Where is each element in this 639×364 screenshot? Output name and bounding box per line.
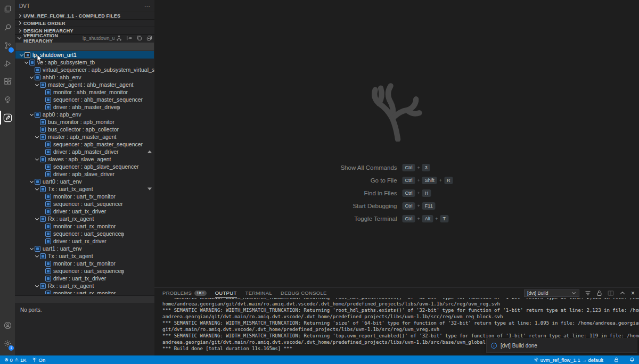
tree-item-slaves[interactable]: slaves : apb_slave_agent (15, 155, 154, 163)
chevron-down-icon[interactable] (34, 159, 40, 160)
account-icon[interactable] (0, 316, 15, 334)
settings-badge: 1 (9, 345, 14, 351)
tree-item-sequencer[interactable]: sequencer : uart_sequencer (15, 200, 154, 208)
tree-item-driver[interactable]: driver : ahb_master_driver (15, 103, 154, 111)
chevron-glyph (30, 179, 34, 183)
section-header-uvm-ref-flow-1-1-compiled-files[interactable]: UVM_REF_FLOW_1.1 - COMPILED FILES (15, 12, 154, 19)
search-icon[interactable] (0, 18, 15, 36)
chevron-down-icon[interactable] (29, 248, 35, 250)
tree-item-monitor[interactable]: monitor : ahb_master_monitor (15, 88, 154, 96)
tree-item-bus_collector[interactable]: bus_collector : apb_collector (15, 126, 154, 133)
tree-item-master_agent[interactable]: master_agent : ahb_master_agent (15, 81, 154, 88)
chevron-down-icon[interactable] (29, 77, 35, 78)
extensions-icon[interactable] (0, 72, 15, 90)
tree-item-Tx[interactable]: Tx : uart_tx_agent (15, 185, 154, 193)
tree-item-driver[interactable]: driver : uart_tx_driver (15, 208, 154, 215)
chevron-down-icon[interactable] (34, 84, 40, 86)
notification-toast[interactable]: i [dvt] Build done (486, 338, 637, 353)
verification-check-icon[interactable] (0, 90, 15, 109)
section-header-compile-order[interactable]: COMPILE ORDER (15, 19, 154, 27)
split-panel-icon[interactable] (608, 290, 614, 296)
problems-status[interactable]: ⊗ 0 ⚠ 1K (4, 357, 27, 363)
uvm-component-icon (45, 142, 51, 147)
tree-item-label: Tx : uart_tx_agent (48, 186, 93, 192)
new-window-icon[interactable] (136, 35, 142, 41)
chevron-glyph (35, 156, 39, 160)
uvm-component-icon (40, 216, 46, 222)
tree-item-monitor[interactable]: monitor : uart_tx_monitor (15, 193, 154, 200)
tree-item-sequencer[interactable]: sequencer : apb_slave_sequencer (15, 163, 154, 170)
collapse-all-icon[interactable] (146, 35, 152, 41)
tree-item-driver[interactable]: driver : apb_slave_driver (15, 170, 154, 178)
tree-item-Tx[interactable]: Tx : uart_tx_agent (15, 252, 154, 260)
tree-item-apb0[interactable]: apb0 : apb_env (15, 111, 154, 118)
chevron-down-icon[interactable] (34, 136, 40, 138)
explorer-icon[interactable] (0, 0, 15, 18)
tree-item-sequencer[interactable]: sequencer : ahb_master_sequencer (15, 96, 154, 103)
tree-item-driver[interactable]: driver : uart_tx_driver (15, 275, 154, 282)
dvt-extension-icon[interactable] (0, 109, 15, 127)
chevron-down-icon[interactable] (29, 181, 35, 183)
tree-item-sequencer[interactable]: sequencer : uart_sequencer (15, 267, 154, 275)
more-actions-icon[interactable]: ⋯ (144, 3, 150, 10)
close-panel-icon[interactable]: × (631, 290, 635, 296)
tree-item-Rx[interactable]: Rx : uart_rx_agent (15, 282, 154, 289)
tree-item-lp_shutdown_urt1[interactable]: lp_shutdown_urt1 (15, 51, 154, 59)
run-debug-icon[interactable] (0, 54, 15, 72)
hierarchy-icon[interactable] (116, 35, 122, 41)
tree-item-label: driver : apb_slave_driver (53, 171, 114, 177)
plus-separator: + (439, 178, 442, 183)
tree-item-uart1[interactable]: uart1 : uart_env (15, 245, 154, 252)
tree-item-driver[interactable]: driver : apb_master_driver (15, 148, 154, 155)
tree-item-bus_monitor[interactable]: bus_monitor : apb_monitor (15, 118, 154, 126)
tree-item-sequencer[interactable]: sequencer : apb_master_sequencer (15, 140, 154, 148)
tree-item-label: slaves : apb_slave_agent (48, 156, 111, 162)
pin-decoration-icon (116, 106, 120, 111)
chevron-down-icon[interactable] (19, 54, 24, 56)
section-header-verification-hierarchy[interactable]: VERIFICATION HIERARCHYlp_shutdown_urt1 (15, 34, 154, 42)
shortcut-keys: Ctrl+Shift+R (403, 177, 453, 184)
chevron-right-icon (18, 21, 21, 25)
chevron-down-icon[interactable] (23, 62, 29, 63)
output-channel-select[interactable]: [dvt] Build (524, 289, 579, 297)
panel-tab-terminal[interactable]: TERMINAL (245, 288, 272, 298)
tree-item-ahb0[interactable]: ahb0 : ahb_env (15, 73, 154, 81)
tree-item-ve[interactable]: ve : apb_subsystem_tb (15, 59, 154, 66)
tree-item-master[interactable]: master : apb_master_agent (15, 133, 154, 140)
tree-item-monitor[interactable]: monitor : uart_rx_monitor (15, 289, 154, 294)
source-control-icon[interactable] (0, 36, 15, 54)
ports-section-header[interactable] (15, 295, 154, 303)
panel-tab-debug-console[interactable]: DEBUG CONSOLE (281, 288, 327, 298)
tree-item-monitor[interactable]: monitor : uart_rx_monitor (15, 222, 154, 230)
dvt-server-status[interactable]: On (32, 357, 46, 363)
tree-item-sequencer[interactable]: sequencer : uart_sequencer (15, 230, 154, 237)
shortcut-label: Start Debugging (340, 203, 397, 209)
uvm-component-icon (35, 67, 40, 73)
chevron-right-icon (18, 29, 21, 32)
trace-icon[interactable] (126, 35, 132, 41)
tree-item-Rx[interactable]: Rx : uart_rx_agent (15, 215, 154, 222)
maximize-panel-icon[interactable] (619, 290, 626, 296)
unlock-icon[interactable] (596, 290, 602, 296)
hierarchy-filter-input[interactable] (15, 43, 154, 51)
keycap: H (422, 189, 431, 197)
settings-gear-icon[interactable]: 1 (0, 334, 15, 352)
chevron-down-icon[interactable] (34, 218, 40, 220)
lock-status-icon[interactable] (614, 357, 619, 362)
uvm-component-icon (45, 231, 51, 237)
chevron-down-icon[interactable] (34, 285, 40, 287)
clear-output-icon[interactable] (585, 290, 591, 296)
chevron-down-icon[interactable] (34, 255, 40, 257)
section-label: COMPILE ORDER (23, 21, 65, 26)
tree-item-driver[interactable]: driver : uart_rx_driver (15, 237, 154, 245)
chevron-down-icon[interactable] (34, 188, 40, 190)
dvt-project-status[interactable]: uvm_ref_flow_1.1 → default (534, 357, 603, 363)
notifications-bell-icon[interactable] (629, 357, 635, 362)
chevron-down-icon[interactable] (29, 114, 35, 115)
tree-item-uart0[interactable]: uart0 : uart_env (15, 178, 154, 185)
tree-item-virtual_sequencer[interactable]: virtual_sequencer : apb_subsystem_virtua… (15, 66, 154, 73)
tree-item-monitor[interactable]: monitor : uart_tx_monitor (15, 260, 154, 267)
panel-tab-problems[interactable]: PROBLEMS1K+ (162, 288, 207, 298)
panel-tab-output[interactable]: OUTPUT (215, 288, 237, 298)
tree-item-label: ve : apb_subsystem_tb (37, 59, 95, 65)
